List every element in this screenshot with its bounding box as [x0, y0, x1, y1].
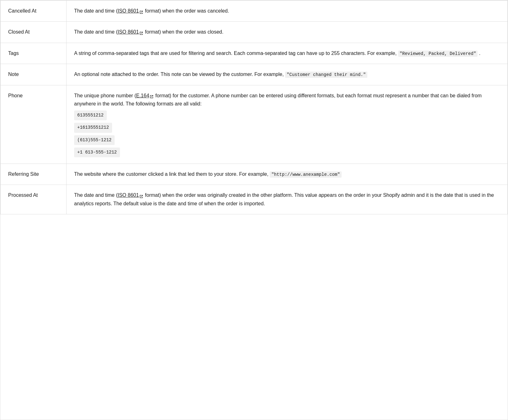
- field-description-cell: A string of comma-separated tags that ar…: [67, 43, 508, 64]
- external-link-icon: [149, 93, 154, 98]
- external-link-icon: [139, 193, 143, 197]
- field-description-cell: An optional note attached to the order. …: [67, 64, 508, 85]
- table-row: NoteAn optional note attached to the ord…: [1, 64, 508, 85]
- table-row: Referring SiteThe website where the cust…: [1, 164, 508, 185]
- description-text: The unique phone number (: [74, 93, 136, 98]
- description-text: The website where the customer clicked a…: [74, 171, 270, 177]
- field-name-cell: Note: [1, 64, 67, 85]
- external-link-icon: [139, 9, 143, 13]
- table-row: TagsA string of comma-separated tags tha…: [1, 43, 508, 64]
- table-row: Closed AtThe date and time (ISO 8601 for…: [1, 22, 508, 43]
- code-block: +1 613-555-1212: [74, 148, 120, 157]
- table-row: Cancelled AtThe date and time (ISO 8601 …: [1, 1, 508, 22]
- field-description-cell: The date and time (ISO 8601 format) when…: [67, 22, 508, 43]
- description-text: A string of comma-separated tags that ar…: [74, 51, 398, 56]
- description-text: The date and time (: [74, 8, 118, 13]
- description-text: The date and time (: [74, 29, 118, 35]
- field-description-cell: The date and time (ISO 8601 format) when…: [67, 185, 508, 214]
- inline-code: "http://www.anexample.com": [270, 171, 341, 178]
- table-row: PhoneThe unique phone number (E.164 form…: [1, 85, 508, 164]
- external-link[interactable]: E.164: [136, 93, 154, 98]
- field-name-cell: Phone: [1, 85, 67, 164]
- external-link[interactable]: ISO 8601: [118, 192, 144, 198]
- external-link[interactable]: ISO 8601: [118, 29, 144, 35]
- field-name-cell: Referring Site: [1, 164, 67, 185]
- table-row: Processed AtThe date and time (ISO 8601 …: [1, 185, 508, 214]
- description-text: The date and time (: [74, 192, 118, 198]
- documentation-table: Cancelled AtThe date and time (ISO 8601 …: [0, 0, 508, 420]
- code-block: +16135551212: [74, 123, 112, 132]
- code-block: 6135551212: [74, 110, 107, 120]
- description-text: .: [478, 51, 480, 56]
- external-link-icon: [139, 30, 143, 34]
- inline-code: "Customer changed their mind.": [285, 72, 367, 78]
- field-description-cell: The date and time (ISO 8601 format) when…: [67, 1, 508, 22]
- field-description-cell: The unique phone number (E.164 format) f…: [67, 85, 508, 164]
- inline-code: "Reviewed, Packed, Delivered": [398, 51, 478, 57]
- field-name-cell: Cancelled At: [1, 1, 67, 22]
- field-name-cell: Closed At: [1, 22, 67, 43]
- field-description-cell: The website where the customer clicked a…: [67, 164, 508, 185]
- field-name-cell: Processed At: [1, 185, 67, 214]
- description-text: An optional note attached to the order. …: [74, 72, 285, 77]
- description-text: format) when the order was canceled.: [143, 8, 229, 13]
- external-link[interactable]: ISO 8601: [118, 8, 144, 13]
- code-block: (613)555-1212: [74, 135, 115, 145]
- description-text: format) when the order was closed.: [143, 29, 223, 35]
- field-name-cell: Tags: [1, 43, 67, 64]
